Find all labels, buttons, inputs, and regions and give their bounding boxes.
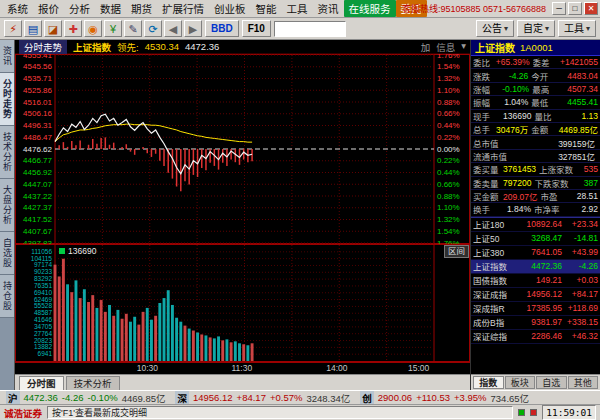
menu-item-5[interactable]: 扩展行情 xyxy=(157,0,209,17)
stat-label: 买金额 xyxy=(473,190,503,202)
stat-label: 涨跌 xyxy=(473,70,503,82)
menu-item-9[interactable]: 资讯 xyxy=(313,0,344,17)
market-label: 深 xyxy=(175,391,189,405)
minimize-button[interactable]: ─ xyxy=(552,2,566,15)
f10-button[interactable]: F10 xyxy=(242,20,271,37)
service-hotline: 客服热线:95105885 0571-56766888 xyxy=(402,2,546,15)
quote-title-bar: 上证指数 1A0001 xyxy=(471,40,600,56)
menu-item-4[interactable]: 期货 xyxy=(126,0,157,17)
market-change: -4.26 xyxy=(62,392,84,403)
index-row-7[interactable]: 成份B指9381.97+338.15 xyxy=(471,316,600,330)
stat-value: 1.84% xyxy=(503,204,534,214)
sidebar-item-0[interactable]: 资讯 xyxy=(0,40,14,73)
svg-text:0.44%: 0.44% xyxy=(437,121,460,130)
stock-code-input[interactable] xyxy=(274,21,346,37)
index-value: 14956.12 xyxy=(516,289,562,299)
stat-value: 209.07亿 xyxy=(503,190,541,202)
index-row-6[interactable]: 深成指R17385.95+118.69 xyxy=(471,302,600,316)
menu-item-3[interactable]: 数据 xyxy=(95,0,126,17)
market-amount: 4469.85亿 xyxy=(122,391,166,405)
intraday-volume-chart[interactable]: 1110561041159717490233832927635169410624… xyxy=(15,244,470,362)
index-row-4[interactable]: 国债指数149.21+0.03 xyxy=(471,274,600,288)
menu-item-8[interactable]: 工具 xyxy=(282,0,313,17)
chevron-down-icon[interactable]: ▾ xyxy=(461,40,466,54)
index-name: 深证成指 xyxy=(473,288,516,300)
overlay-control[interactable]: 加 xyxy=(421,40,431,54)
svg-text:1.32%: 1.32% xyxy=(437,215,460,224)
view-tab-intraday[interactable]: 分时走势 xyxy=(19,40,67,54)
chart-area: 分时走势 上证指数 领先: 4530.34 4472.36 加 信息 ▾ 455… xyxy=(15,40,470,390)
chevron-down-icon: ▾ xyxy=(586,21,590,37)
stat-row-5: 总手30476万金额4469.85亿 xyxy=(471,123,600,136)
tools-dropdown[interactable]: 工具 ▾ xyxy=(558,20,596,37)
connect-icon[interactable]: ⚡ xyxy=(4,20,22,37)
svg-text:0.22%: 0.22% xyxy=(437,156,460,165)
quote-tab-3[interactable]: 其他 xyxy=(568,376,599,389)
sidebar-item-5[interactable]: 持仓股 xyxy=(0,275,14,318)
menu-item-6[interactable]: 创业板 xyxy=(209,0,251,17)
svg-text:4486.47: 4486.47 xyxy=(23,133,52,142)
market-chinext[interactable]: 创 2900.06 +110.53 +3.95% 734.65亿 xyxy=(360,391,529,405)
menu-item-2[interactable]: 分析 xyxy=(64,0,95,17)
interval-button[interactable]: 区间 xyxy=(444,245,469,258)
stat-value: 4483.04 xyxy=(567,71,598,81)
maximize-button[interactable]: □ xyxy=(568,2,582,15)
sidebar-item-4[interactable]: 自选股 xyxy=(0,232,14,275)
chart-tab-1[interactable]: 技术分析 xyxy=(66,376,120,390)
stat-row-4: 现手136690量比1.13 xyxy=(471,110,600,123)
refresh-icon[interactable]: ⟳ xyxy=(144,20,162,37)
custom-dropdown[interactable]: 自定 ▾ xyxy=(517,20,555,37)
menu-item-0[interactable]: 系统 xyxy=(2,0,33,17)
quote-panel-tabs: 指数板块自选其他 xyxy=(471,374,600,390)
quote-board-icon[interactable]: ▤ xyxy=(24,20,42,37)
menu-item-10[interactable]: 在线服务 xyxy=(344,0,396,17)
market-percent: -0.10% xyxy=(88,392,118,403)
intraday-price-chart[interactable]: 4555.411.76%4545.561.54%4535.711.32%4525… xyxy=(15,54,470,244)
index-row-5[interactable]: 深证成指14956.12+84.17 xyxy=(471,288,600,302)
quote-tab-1[interactable]: 板块 xyxy=(505,376,536,389)
index-value: 10892.64 xyxy=(516,219,562,229)
index-name: 深证综指 xyxy=(473,330,516,342)
stat-row-0: 委比+65.39%委差+1421055 xyxy=(471,56,600,69)
menu-item-1[interactable]: 报价 xyxy=(33,0,64,17)
menu-item-7[interactable]: 智能 xyxy=(251,0,282,17)
chart-view-tabs: 分时图技术分析 xyxy=(15,374,470,390)
quote-tab-2[interactable]: 自选 xyxy=(536,376,567,389)
fund-icon[interactable]: ¥ xyxy=(104,20,122,37)
chevron-down-icon: ▾ xyxy=(545,21,549,37)
stat-row-10: 买金额209.07亿市盈28.51 xyxy=(471,190,600,203)
sidebar-item-2[interactable]: 技术分析 xyxy=(0,126,14,179)
svg-text:4555.41: 4555.41 xyxy=(23,54,52,60)
menubar: 系统报价分析数据期货扩展行情创业板智能工具资讯在线服务委托 客服热线:95105… xyxy=(0,0,600,18)
kline-icon[interactable]: ◪ xyxy=(44,20,62,37)
sidebar-item-1[interactable]: 分时走势 xyxy=(0,73,14,126)
svg-text:4407.67: 4407.67 xyxy=(23,227,52,236)
stat-value: +65.39% xyxy=(496,57,533,67)
prev-page-icon[interactable]: ◀ xyxy=(164,20,182,37)
bbd-button[interactable]: BBD xyxy=(205,20,239,37)
announcement-dropdown[interactable]: 公告 ▾ xyxy=(476,20,514,37)
draw-line-icon[interactable]: ✎ xyxy=(124,20,142,37)
index-name: 上证指数 xyxy=(73,40,111,54)
quote-tab-0[interactable]: 指数 xyxy=(473,376,504,389)
market-shanghai[interactable]: 沪 4472.36 -4.26 -0.10% 4469.85亿 xyxy=(6,391,165,405)
index-row-0[interactable]: 上证18010892.64+23.34 xyxy=(471,218,600,232)
time-label-3: 15:00 xyxy=(408,363,429,373)
svg-text:1.54%: 1.54% xyxy=(437,62,460,71)
pick-stock-icon[interactable]: ✚ xyxy=(64,20,82,37)
chart-tab-0[interactable]: 分时图 xyxy=(19,376,64,390)
stat-label: 今开 xyxy=(531,70,567,82)
index-row-2[interactable]: 上证3807641.05+43.99 xyxy=(471,246,600,260)
index-change: +338.15 xyxy=(562,317,598,327)
index-row-1[interactable]: 上证503268.47-14.81 xyxy=(471,232,600,246)
sidebar-item-3[interactable]: 大盘分析 xyxy=(0,179,14,232)
index-row-8[interactable]: 深证综指2286.46+46.32 xyxy=(471,330,600,344)
alert-icon[interactable]: ◉ xyxy=(84,20,102,37)
market-shenzhen[interactable]: 深 14956.12 +84.17 +0.57% 3248.34亿 xyxy=(175,391,350,405)
close-button[interactable]: ✕ xyxy=(584,2,598,15)
info-mine-control[interactable]: 信息 xyxy=(436,40,455,54)
quote-index-code: 1A0001 xyxy=(520,42,553,53)
chevron-down-icon: ▾ xyxy=(504,21,508,37)
next-page-icon[interactable]: ▶ xyxy=(184,20,202,37)
index-row-3[interactable]: 上证指数4472.36-4.26 xyxy=(471,260,600,274)
